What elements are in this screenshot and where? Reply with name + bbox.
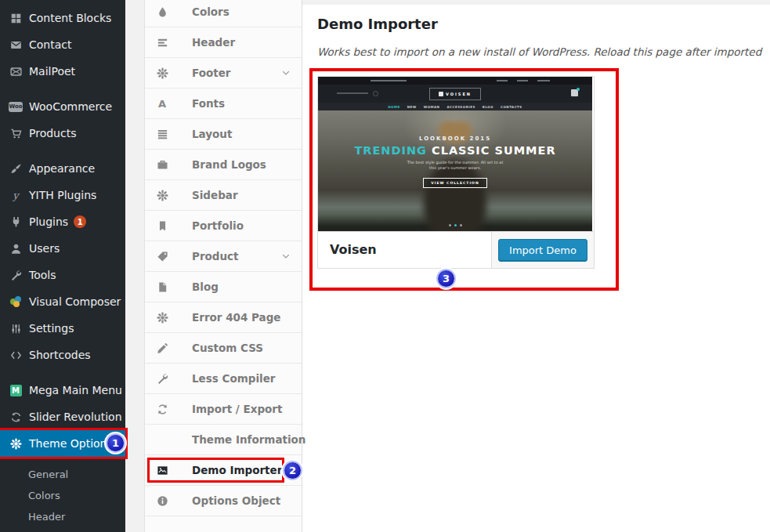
sidebar-item-users[interactable]: Users xyxy=(0,235,125,262)
demo-card-footer: Voisen Import Demo xyxy=(318,231,594,268)
preview-search-icon xyxy=(373,91,378,96)
options-item-brand-logos[interactable]: Brand Logos xyxy=(145,150,302,180)
options-item-demo-importer[interactable]: Demo Importer2 xyxy=(145,455,302,486)
droplet-icon xyxy=(156,5,168,18)
options-item-custom-css[interactable]: Custom CSS xyxy=(145,333,302,364)
preview-nav-item: WOMAN xyxy=(424,105,440,109)
sidebar-item-label: Content Blocks xyxy=(29,12,111,24)
options-item-product[interactable]: Product xyxy=(145,241,302,272)
submenu-item-header[interactable]: Header xyxy=(0,506,125,527)
options-item-label: Custom CSS xyxy=(192,342,263,354)
sidebar-item-mailpoet[interactable]: MailPoet xyxy=(0,58,125,85)
options-item-label: Options Object xyxy=(192,494,280,507)
sidebar-item-label: Tools xyxy=(29,269,56,281)
options-item-portfolio[interactable]: Portfolio xyxy=(145,211,302,241)
layout-lines-icon xyxy=(156,128,168,140)
sidebar-item-plugins[interactable]: Plugins1 xyxy=(0,208,125,235)
options-item-label: Sidebar xyxy=(192,189,238,201)
wp-admin-sidebar: Content BlocksContactMailPoetWooWooComme… xyxy=(0,0,125,532)
options-item-footer[interactable]: Footer xyxy=(145,58,302,89)
sidebar-item-products[interactable]: Products xyxy=(0,120,125,147)
sidebar-item-visual-composer[interactable]: Visual Composer xyxy=(0,288,125,315)
page-subtitle: Works best to import on a new install of… xyxy=(317,45,770,58)
preview-cart-icon xyxy=(571,89,578,96)
sidebar-item-label: Contact xyxy=(29,38,71,51)
code-icon xyxy=(9,349,22,361)
sidebar-item-label: Users xyxy=(29,242,60,255)
sidebar-item-shortcodes[interactable]: Shortcodes xyxy=(0,342,125,368)
sidebar-item-label: YITH Plugins xyxy=(29,189,96,201)
page: Content BlocksContactMailPoetWooWooComme… xyxy=(0,0,770,532)
sidebar-item-label: Products xyxy=(29,127,76,139)
admin-menu: Content BlocksContactMailPoetWooWooComme… xyxy=(0,0,125,457)
sidebar-item-label: Visual Composer xyxy=(29,295,121,308)
sidebar-item-mega-main-menu[interactable]: MMega Main Menu xyxy=(0,377,125,404)
options-item-fonts[interactable]: AFonts xyxy=(145,89,302,119)
preview-nav-item: CONTACTS xyxy=(501,105,522,109)
briefcase-icon xyxy=(156,158,168,171)
options-item-label: Footer xyxy=(192,67,231,79)
options-item-options-object[interactable]: Options Object xyxy=(145,486,302,516)
demo-button-cell: Import Demo xyxy=(491,232,594,268)
preview-nav-item: NEW xyxy=(407,105,417,109)
options-item-colors[interactable]: Colors xyxy=(145,0,302,27)
image-icon xyxy=(156,464,168,476)
options-item-label: Blog xyxy=(192,280,219,293)
options-item-layout[interactable]: Layout xyxy=(145,119,302,150)
options-item-sidebar[interactable]: Sidebar xyxy=(145,180,302,211)
theme-options-menu: ColorsHeaderFooterAFontsLayoutBrand Logo… xyxy=(145,0,302,516)
sidebar-item-label: Mega Main Menu xyxy=(29,384,122,396)
slider-revolution-icon xyxy=(9,411,22,423)
update-count-badge: 1 xyxy=(74,215,86,228)
preview-tagline: The best style guide for the summer. All… xyxy=(318,160,592,171)
options-item-theme-information[interactable]: Theme Information xyxy=(145,425,302,455)
options-item-label: Import / Export xyxy=(192,403,282,415)
sidebar-item-woocommerce[interactable]: WooWooCommerce xyxy=(0,93,125,120)
sidebar-item-label: WooCommerce xyxy=(29,100,112,113)
sidebar-item-label: Shortcodes xyxy=(29,349,91,361)
annotation-step-1: 1 xyxy=(107,435,124,451)
demo-preview-image: VOISEN HOMENEWWOMANACCESSORIESBLOGCONTAC… xyxy=(318,77,592,231)
options-item-label: Colors xyxy=(192,5,230,18)
preview-topbar-text-bar xyxy=(371,80,407,81)
sync-icon xyxy=(156,403,168,415)
options-item-less-compiler[interactable]: Less Compiler xyxy=(145,364,302,394)
sidebar-item-yith-plugins[interactable]: yYITH Plugins xyxy=(0,182,125,208)
gear-icon xyxy=(156,311,168,324)
demo-card: VOISEN HOMENEWWOMANACCESSORIESBLOGCONTAC… xyxy=(317,76,595,269)
main-content: Demo Importer Works best to import on a … xyxy=(302,5,770,532)
submenu-item-general[interactable]: General xyxy=(0,464,125,485)
mega-menu-icon: M xyxy=(9,384,22,396)
visual-composer-icon xyxy=(9,295,22,308)
options-item-label: Header xyxy=(192,36,235,49)
sidebar-item-tools[interactable]: Tools xyxy=(0,262,125,288)
sidebar-item-label: MailPoet xyxy=(29,65,75,78)
sidebar-item-contact[interactable]: Contact xyxy=(0,31,125,58)
mailpoet-icon xyxy=(9,65,22,78)
preview-hero: LOOKBOOK 2015 TRENDING CLASSIC SUMMER Th… xyxy=(318,110,592,231)
preview-slider-dots xyxy=(318,224,592,226)
sidebar-item-label: Slider Revolution xyxy=(29,411,122,423)
user-icon xyxy=(9,242,22,255)
options-item-error-404-page[interactable]: Error 404 Page xyxy=(145,302,302,333)
preview-nav-item: BLOG xyxy=(483,105,493,109)
preview-view-collection-button: VIEW COLLECTION xyxy=(423,178,486,188)
options-item-header[interactable]: Header xyxy=(145,27,302,58)
sidebar-item-appearance[interactable]: Appearance xyxy=(0,155,125,182)
chevron-down-icon xyxy=(281,252,291,261)
options-item-import-export[interactable]: Import / Export xyxy=(145,394,302,425)
preview-nav-item: ACCESSORIES xyxy=(446,105,475,109)
options-item-label: Brand Logos xyxy=(192,158,266,171)
sidebar-item-settings[interactable]: Settings xyxy=(0,315,125,342)
content-blocks-icon xyxy=(9,12,22,24)
options-item-label: Product xyxy=(192,250,239,262)
sidebar-item-content-blocks[interactable]: Content Blocks xyxy=(0,5,125,31)
import-demo-button[interactable]: Import Demo xyxy=(498,239,587,262)
sidebar-item-slider-revolution[interactable]: Slider Revolution xyxy=(0,404,125,430)
submenu-item-colors[interactable]: Colors xyxy=(0,485,125,506)
sidebar-item-theme-options[interactable]: Theme Options1 xyxy=(0,430,125,457)
options-item-blog[interactable]: Blog xyxy=(145,272,302,302)
preview-header: VOISEN xyxy=(318,85,592,103)
theme-options-submenu: GeneralColorsHeader xyxy=(0,464,125,527)
header-lines-icon xyxy=(156,36,168,49)
